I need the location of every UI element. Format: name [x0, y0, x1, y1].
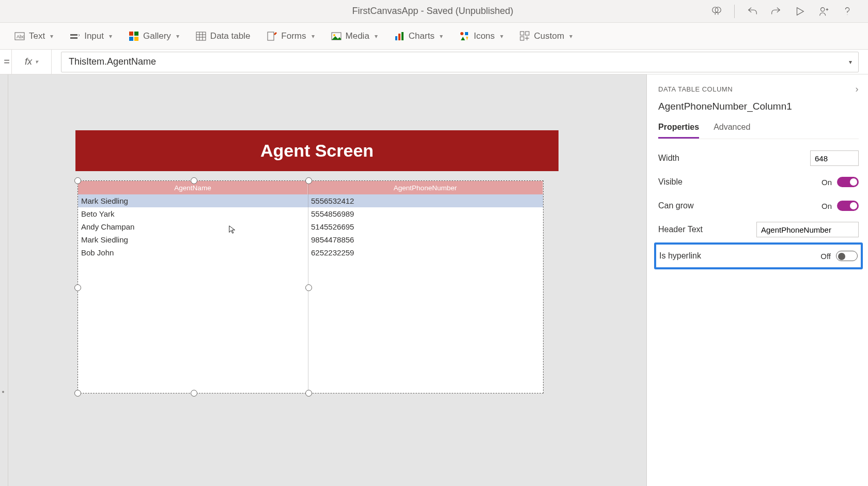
ribbon-media[interactable]: Media▾	[331, 31, 378, 41]
gallery-icon	[129, 31, 139, 41]
resize-handle-nw[interactable]	[74, 177, 81, 184]
svg-rect-5	[129, 32, 133, 36]
fx-selector[interactable]: fx▾	[11, 50, 52, 74]
divider	[734, 5, 735, 18]
prop-width-input[interactable]	[810, 150, 859, 166]
tab-advanced[interactable]: Advanced	[714, 123, 750, 139]
ribbon-forms-label: Forms	[281, 31, 306, 41]
prop-ishyperlink-value: Off	[820, 252, 831, 261]
table-row[interactable]: Mark Siedling 5556532412	[78, 194, 543, 207]
ribbon-text[interactable]: Abc Text▾	[14, 31, 53, 41]
undo-icon[interactable]	[746, 5, 758, 18]
app-checker-icon[interactable]	[710, 5, 723, 18]
formula-input[interactable]: ThisItem.AgentName ▾	[61, 52, 859, 72]
resize-handle-n1[interactable]	[191, 177, 197, 184]
formula-value: ThisItem.AgentName	[69, 56, 156, 67]
ribbon-datatable-label: Data table	[210, 31, 251, 41]
cell-phone: 9854478856	[308, 235, 543, 244]
help-icon[interactable]	[841, 5, 854, 18]
cell-name: Beto Yark	[78, 209, 308, 218]
cell-phone: 5145526695	[308, 222, 543, 231]
prop-visible: Visible On	[658, 170, 859, 194]
redo-icon[interactable]	[770, 5, 782, 18]
custom-icon	[520, 31, 530, 41]
resize-handle-s2[interactable]	[305, 390, 312, 397]
svg-point-20	[460, 32, 463, 35]
share-icon[interactable]	[817, 5, 830, 18]
canvas[interactable]: Agent Screen AgentName AgentPhoneNumber …	[8, 74, 647, 486]
cell-name: Bob John	[78, 248, 308, 257]
toggle-cangrow[interactable]	[837, 201, 859, 211]
ribbon-custom-label: Custom	[534, 31, 565, 41]
ribbon-media-label: Media	[346, 31, 369, 41]
svg-rect-4	[70, 37, 78, 39]
resize-handle-w[interactable]	[74, 284, 81, 291]
title-bar: FirstCanvasApp - Saved (Unpublished)	[0, 0, 868, 23]
prop-width: Width	[658, 146, 859, 170]
cell-phone: 6252232259	[308, 248, 543, 257]
cell-phone: 5556532412	[308, 196, 543, 205]
equals-label: =	[2, 56, 11, 68]
svg-rect-23	[525, 32, 529, 35]
toggle-ishyperlink[interactable]	[836, 251, 858, 261]
screen-title: Agent Screen	[75, 130, 559, 171]
header-agentphone[interactable]: AgentPhoneNumber	[308, 181, 543, 194]
fx-label: fx	[25, 56, 32, 67]
ribbon-gallery-label: Gallery	[143, 31, 171, 41]
text-icon: Abc	[14, 31, 25, 41]
resize-handle-c[interactable]	[305, 284, 312, 291]
highlighted-property: Is hyperlink Off	[654, 242, 863, 269]
table-row[interactable]: Mark Siedling 9854478856	[78, 233, 543, 246]
tab-properties[interactable]: Properties	[658, 123, 699, 139]
prop-cangrow-label: Can grow	[658, 201, 693, 210]
ribbon-custom[interactable]: Custom▾	[520, 31, 573, 41]
ribbon-gallery[interactable]: Gallery▾	[129, 31, 179, 41]
left-gutter	[0, 74, 8, 486]
svg-rect-3	[70, 34, 78, 36]
selected-control-name: AgentPhoneNumber_Column1	[658, 101, 859, 112]
prop-visible-label: Visible	[658, 177, 683, 187]
svg-text:Abc: Abc	[17, 34, 25, 39]
icons-icon	[459, 31, 470, 41]
ribbon-text-label: Text	[29, 31, 45, 41]
toggle-visible[interactable]	[837, 177, 859, 187]
properties-panel: DATA TABLE COLUMN › AgentPhoneNumber_Col…	[647, 74, 868, 486]
table-row[interactable]: Bob John 6252232259	[78, 246, 543, 259]
svg-rect-14	[268, 32, 274, 40]
app-title: FirstCanvasApp - Saved (Unpublished)	[0, 6, 710, 17]
svg-rect-7	[129, 37, 133, 41]
formula-expand-icon[interactable]: ▾	[849, 58, 852, 66]
table-row[interactable]: Andy Champan 5145526695	[78, 220, 543, 233]
resize-handle-sw[interactable]	[74, 390, 81, 397]
prop-ishyperlink: Is hyperlink Off	[659, 247, 858, 265]
prop-ishyperlink-label: Is hyperlink	[659, 251, 701, 261]
resize-handle-n2[interactable]	[305, 177, 312, 184]
insert-ribbon: Abc Text▾ Input▾ Gallery▾ Data table For…	[0, 23, 868, 50]
resize-handle-s1[interactable]	[191, 390, 197, 397]
prop-headertext-label: Header Text	[658, 225, 703, 234]
play-icon[interactable]	[794, 5, 806, 18]
cell-name: Andy Champan	[78, 222, 308, 231]
table-row[interactable]: Beto Yark 5554856989	[78, 207, 543, 220]
svg-rect-22	[520, 32, 524, 35]
datatable-selected[interactable]: AgentName AgentPhoneNumber Mark Siedling…	[78, 180, 544, 393]
svg-rect-6	[134, 32, 138, 36]
ribbon-datatable[interactable]: Data table	[196, 31, 251, 41]
title-actions	[710, 5, 868, 18]
ribbon-icons-label: Icons	[474, 31, 495, 41]
prop-headertext-input[interactable]	[756, 222, 859, 237]
ribbon-charts[interactable]: Charts▾	[394, 31, 443, 41]
svg-rect-17	[395, 36, 397, 40]
charts-icon	[394, 31, 405, 41]
ribbon-forms[interactable]: Forms▾	[267, 31, 314, 41]
svg-rect-8	[134, 37, 138, 41]
svg-rect-9	[196, 32, 206, 40]
screen-preview: Agent Screen AgentName AgentPhoneNumber …	[75, 130, 559, 393]
ribbon-icons[interactable]: Icons▾	[459, 31, 503, 41]
ribbon-charts-label: Charts	[409, 31, 435, 41]
panel-collapse-icon[interactable]: ›	[856, 84, 859, 95]
ribbon-input[interactable]: Input▾	[70, 31, 112, 41]
media-icon	[331, 31, 342, 41]
input-icon	[70, 31, 80, 41]
cell-phone: 5554856989	[308, 209, 543, 218]
